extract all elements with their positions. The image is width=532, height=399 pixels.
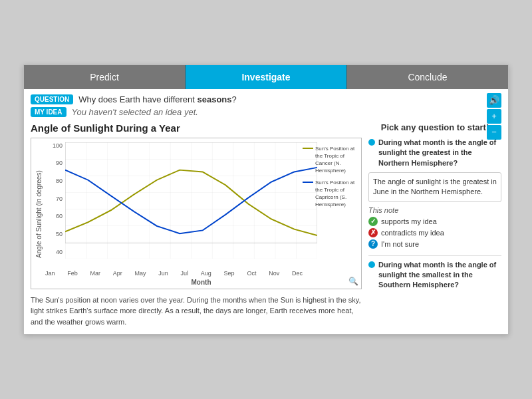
- legend-line-blue: [303, 182, 313, 183]
- y-label: 90: [56, 160, 64, 166]
- main-content: Angle of Sunlight During a Year Angle of…: [24, 122, 508, 334]
- x-axis-title: Month: [45, 279, 357, 286]
- y-axis-label: Angle of Sunlight (in degrees): [35, 142, 43, 286]
- x-label: Mar: [90, 270, 101, 277]
- y-label: 60: [56, 213, 64, 219]
- zoom-in-button[interactable]: +: [487, 109, 501, 124]
- x-label: Jan: [45, 270, 55, 277]
- x-label: Dec: [292, 270, 303, 277]
- x-label: Apr: [113, 270, 122, 277]
- svg-rect-0: [65, 142, 317, 259]
- x-label: Jun: [158, 270, 168, 277]
- x-label: Jul: [181, 270, 189, 277]
- question-item-2[interactable]: During what month is the angle of sunlig…: [368, 260, 501, 291]
- legend-green: Sun's Position at the Tropic of Cancer (…: [303, 145, 356, 175]
- supports-icon: ✓: [368, 217, 378, 226]
- tab-conclude[interactable]: Conclude: [347, 65, 508, 89]
- x-label: May: [135, 270, 146, 277]
- chart-svg: [65, 142, 317, 259]
- legend-line-green: [303, 148, 313, 149]
- y-label: 70: [56, 196, 64, 202]
- question-dot-1: [368, 139, 375, 146]
- y-label: 80: [56, 178, 64, 184]
- idea-row: MY IDEA You haven't selected an idea yet…: [31, 107, 501, 117]
- legend-blue-text: Sun's Position at the Tropic of Capricor…: [315, 179, 356, 209]
- header-bar: QUESTION Why does Earth have different s…: [24, 89, 508, 122]
- zoom-out-button[interactable]: −: [487, 125, 501, 140]
- question-dot-2: [368, 261, 375, 268]
- left-panel: Angle of Sunlight During a Year Angle of…: [31, 122, 362, 328]
- note-contradicts[interactable]: ✗ contradicts my idea: [368, 228, 501, 237]
- contradicts-icon: ✗: [368, 228, 378, 237]
- y-labels: 100 90 80 70 60 50 40: [45, 142, 64, 255]
- question-text-2: During what month is the angle of sunlig…: [378, 260, 501, 291]
- description-text: The Sun's position at noon varies over t…: [31, 295, 362, 328]
- legend-blue: Sun's Position at the Tropic of Capricor…: [303, 179, 356, 209]
- question-text: Why does Earth have different seasons?: [78, 94, 237, 104]
- tab-investigate[interactable]: Investigate: [186, 65, 347, 89]
- contradicts-label: contradicts my idea: [381, 229, 444, 237]
- legend-green-text: Sun's Position at the Tropic of Cancer (…: [315, 145, 356, 175]
- tabs-bar: Predict Investigate Conclude: [24, 65, 508, 89]
- myidea-badge: MY IDEA: [31, 107, 66, 117]
- note-options: ✓ supports my idea ✗ contradicts my idea…: [368, 217, 501, 249]
- myidea-text: You haven't selected an idea yet.: [72, 107, 198, 117]
- x-axis-labels: Jan Feb Mar Apr May Jun Jul Aug Sep Oct …: [45, 269, 357, 278]
- magnify-icon[interactable]: 🔍: [348, 277, 358, 286]
- tab-predict[interactable]: Predict: [24, 65, 186, 89]
- note-label: This note: [368, 206, 501, 214]
- chart-box: Angle of Sunlight (in degrees) 100 90 80…: [31, 138, 362, 289]
- x-label: Feb: [67, 270, 78, 277]
- question-item-1[interactable]: During what month is the angle of sunlig…: [368, 138, 501, 168]
- x-label: Sep: [224, 270, 235, 277]
- chart-title: Angle of Sunlight During a Year: [31, 122, 362, 134]
- grid-area: 100 90 80 70 60 50 40: [45, 142, 357, 269]
- notsure-label: I'm not sure: [381, 240, 419, 248]
- x-label: Aug: [201, 270, 211, 277]
- note-supports[interactable]: ✓ supports my idea: [368, 217, 501, 226]
- question-row: QUESTION Why does Earth have different s…: [31, 94, 501, 104]
- app-container: Predict Investigate Conclude QUESTION Wh…: [23, 65, 509, 335]
- y-label: 100: [53, 142, 64, 149]
- pick-any-title: Pick any question to start!: [368, 122, 501, 132]
- controls: 🔊 + −: [487, 93, 501, 140]
- x-label: Oct: [247, 270, 256, 277]
- divider: [368, 255, 501, 256]
- sound-button[interactable]: 🔊: [487, 93, 501, 108]
- question-text-1: During what month is the angle of sunlig…: [378, 138, 501, 168]
- supports-label: supports my idea: [381, 217, 437, 225]
- note-notsure[interactable]: ? I'm not sure: [368, 239, 501, 249]
- notsure-icon: ?: [368, 239, 378, 249]
- y-label: 50: [56, 231, 64, 237]
- answer-box: The angle of sunlight is the greatest in…: [368, 172, 501, 202]
- chart-area: Angle of Sunlight (in degrees) 100 90 80…: [35, 142, 357, 286]
- right-panel: Pick any question to start! During what …: [368, 122, 501, 328]
- y-label: 40: [56, 249, 64, 255]
- chart-legend: Sun's Position at the Tropic of Cancer (…: [303, 145, 356, 213]
- chart-inner: 100 90 80 70 60 50 40: [45, 142, 357, 286]
- question-badge: QUESTION: [31, 94, 73, 104]
- x-label: Nov: [269, 270, 279, 277]
